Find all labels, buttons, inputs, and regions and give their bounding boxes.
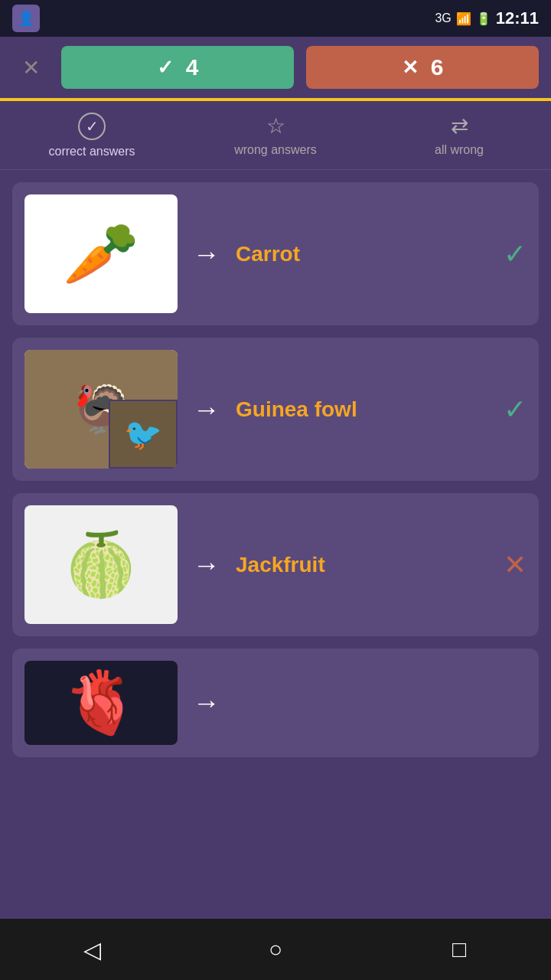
tab-bar: ✓ correct answers ☆ wrong answers ⇄ all … (0, 101, 551, 170)
tab-wrong-label: wrong answers (234, 143, 317, 157)
quiz-card-1: 🥕 → Carrot ✓ (12, 182, 539, 325)
tab-correct-label: correct answers (49, 145, 135, 158)
result-icon-3: ✕ (504, 549, 527, 581)
correct-score-button[interactable]: ✓ 4 (61, 46, 294, 89)
quiz-word-2: Guinea fowl (236, 397, 357, 422)
back-button[interactable]: ◁ (61, 919, 122, 980)
tab-allwrong-label: all wrong (435, 143, 484, 157)
x-icon: ✕ (402, 56, 419, 80)
top-bar: ✕ ✓ 4 ✕ 6 (0, 37, 551, 98)
close-button[interactable]: ✕ (12, 49, 49, 86)
home-button[interactable]: ○ (245, 919, 306, 980)
quiz-word-3: Jackfruit (236, 553, 325, 577)
quiz-card-4: 🫀 → (12, 648, 539, 757)
arrow-icon-1: → (193, 238, 220, 270)
battery-icon: 🔋 (476, 11, 491, 26)
tab-correct-answers[interactable]: ✓ correct answers (0, 113, 184, 158)
close-icon: ✕ (22, 55, 40, 80)
status-bar-left: 👤 (12, 5, 40, 32)
star-icon: ☆ (266, 113, 285, 139)
home-icon: ○ (269, 936, 282, 962)
quiz-list: 🥕 → Carrot ✓ 🦃 🐦 → Guinea fowl ✓ 🍈 → Jac… (0, 170, 551, 834)
quiz-card-2: 🦃 🐦 → Guinea fowl ✓ (12, 338, 539, 481)
heart-image: 🫀 (24, 661, 178, 745)
wrong-score-button[interactable]: ✕ 6 (306, 46, 539, 89)
correct-count: 4 (186, 54, 199, 80)
network-icon: 3G (435, 11, 451, 25)
arrow-icon-3: → (193, 549, 220, 581)
quiz-answer-2: Guinea fowl ✓ (236, 394, 527, 426)
repeat-icon: ⇄ (451, 113, 468, 139)
app-icon: 👤 (12, 5, 40, 32)
quiz-word-1: Carrot (236, 242, 300, 266)
status-time: 12:11 (496, 8, 539, 28)
check-icon: ✓ (157, 56, 174, 80)
status-bar-right: 3G 📶 🔋 12:11 (435, 8, 539, 28)
circle-check-icon: ✓ (78, 113, 106, 140)
carrot-image: 🥕 (24, 194, 178, 313)
quiz-answer-3: Jackfruit ✕ (236, 549, 527, 581)
quiz-image-3: 🍈 (24, 505, 178, 624)
quiz-card-3: 🍈 → Jackfruit ✕ (12, 493, 539, 636)
guinea-image: 🦃 🐦 (24, 350, 178, 469)
quiz-answer-1: Carrot ✓ (236, 238, 527, 270)
recent-button[interactable]: □ (429, 919, 490, 980)
guinea-overlay: 🐦 (109, 400, 178, 469)
signal-icon: 📶 (456, 11, 471, 26)
quiz-image-4: 🫀 (24, 661, 178, 745)
jackfruit-image: 🍈 (24, 505, 178, 624)
status-bar: 👤 3G 📶 🔋 12:11 (0, 0, 551, 37)
arrow-icon-4: → (193, 687, 220, 719)
arrow-icon-2: → (193, 394, 220, 426)
wrong-count: 6 (431, 54, 444, 80)
back-icon: ◁ (83, 936, 101, 963)
result-icon-1: ✓ (504, 238, 527, 270)
result-icon-2: ✓ (504, 394, 527, 426)
tab-wrong-answers[interactable]: ☆ wrong answers (184, 113, 367, 157)
quiz-image-1: 🥕 (24, 194, 178, 313)
tab-all-wrong[interactable]: ⇄ all wrong (367, 113, 551, 157)
quiz-image-2: 🦃 🐦 (24, 350, 178, 469)
nav-bar: ◁ ○ □ (0, 919, 551, 980)
recent-icon: □ (452, 936, 466, 962)
